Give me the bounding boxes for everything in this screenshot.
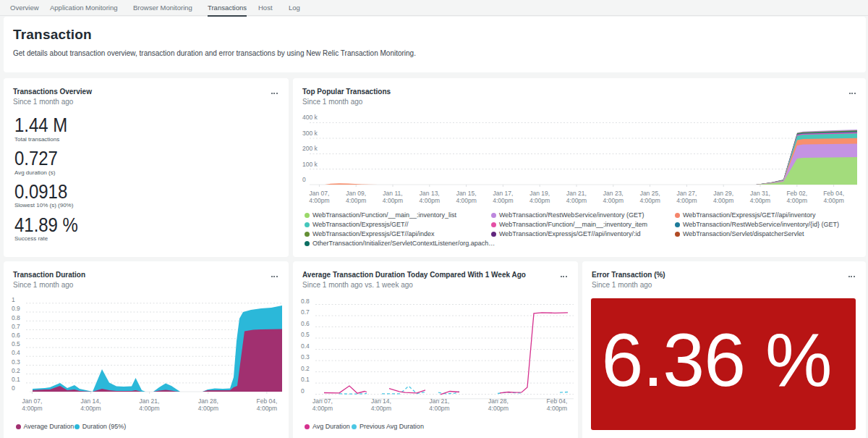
svg-text:Jan 14,: Jan 14,	[81, 397, 101, 405]
svg-text:4:00pm: 4:00pm	[676, 197, 697, 204]
svg-text:4:00pm: 4:00pm	[493, 197, 513, 204]
svg-text:Jan 09,: Jan 09,	[346, 190, 366, 197]
svg-text:0.4: 0.4	[301, 342, 310, 350]
svg-text:4:00pm: 4:00pm	[371, 405, 391, 412]
svg-text:100 k: 100 k	[302, 161, 318, 168]
svg-text:4:00pm: 4:00pm	[639, 197, 660, 204]
svg-text:Jan 17,: Jan 17,	[493, 190, 513, 197]
svg-text:4:00pm: 4:00pm	[603, 197, 624, 204]
svg-text:0.3: 0.3	[301, 353, 310, 361]
svg-text:Jan 07,: Jan 07,	[312, 397, 333, 405]
svg-text:Feb 04,: Feb 04,	[823, 190, 844, 197]
svg-text:0.9: 0.9	[12, 305, 20, 312]
svg-text:4:00pm: 4:00pm	[346, 197, 366, 204]
svg-text:0.1: 0.1	[12, 376, 20, 383]
svg-text:Jan 28,: Jan 28,	[488, 397, 509, 405]
svg-text:0: 0	[301, 387, 305, 395]
svg-text:300 k: 300 k	[302, 130, 318, 137]
svg-text:4:00pm: 4:00pm	[420, 197, 440, 204]
svg-text:4:00pm: 4:00pm	[429, 405, 449, 412]
svg-text:0.5: 0.5	[301, 331, 310, 338]
svg-text:Jan 21,: Jan 21,	[566, 190, 587, 197]
svg-text:4:00pm: 4:00pm	[787, 197, 807, 204]
svg-text:Jan 21,: Jan 21,	[140, 397, 160, 405]
svg-text:Jan 11,: Jan 11,	[383, 190, 402, 197]
svg-text:Jan 15,: Jan 15,	[456, 190, 477, 197]
svg-text:Jan 07,: Jan 07,	[22, 397, 43, 405]
svg-text:0.5: 0.5	[12, 340, 20, 348]
svg-text:Feb 04,: Feb 04,	[547, 397, 568, 405]
svg-text:Jan 07,: Jan 07,	[309, 190, 329, 197]
svg-text:4:00pm: 4:00pm	[488, 405, 509, 412]
svg-text:Jan 29,: Jan 29,	[713, 190, 733, 197]
svg-text:4:00pm: 4:00pm	[566, 197, 587, 204]
svg-text:4:00pm: 4:00pm	[257, 405, 277, 412]
svg-text:Jan 28,: Jan 28,	[198, 397, 218, 405]
svg-text:0.7: 0.7	[301, 308, 310, 316]
svg-text:0.8: 0.8	[12, 314, 20, 321]
svg-text:Feb 02,: Feb 02,	[786, 190, 807, 197]
svg-text:4:00pm: 4:00pm	[80, 405, 101, 412]
svg-text:4:00pm: 4:00pm	[456, 197, 476, 204]
svg-text:4:00pm: 4:00pm	[312, 405, 333, 412]
svg-text:0.7: 0.7	[12, 323, 20, 330]
svg-text:Jan 14,: Jan 14,	[371, 397, 391, 405]
svg-text:Jan 27,: Jan 27,	[676, 190, 697, 197]
svg-text:0: 0	[12, 384, 15, 392]
svg-text:4:00pm: 4:00pm	[198, 405, 218, 412]
svg-text:4:00pm: 4:00pm	[713, 197, 733, 204]
svg-text:0.8: 0.8	[301, 298, 310, 305]
svg-text:0.2: 0.2	[12, 367, 20, 374]
svg-text:0.6: 0.6	[12, 332, 20, 339]
svg-text:4:00pm: 4:00pm	[309, 197, 329, 204]
svg-text:1: 1	[12, 296, 15, 303]
svg-text:Jan 25,: Jan 25,	[640, 190, 660, 197]
svg-text:4:00pm: 4:00pm	[22, 405, 42, 412]
svg-text:4:00pm: 4:00pm	[139, 405, 159, 412]
svg-text:0.2: 0.2	[301, 365, 310, 372]
svg-text:0.6: 0.6	[301, 320, 310, 327]
svg-text:4:00pm: 4:00pm	[529, 197, 550, 204]
svg-text:0.1: 0.1	[301, 376, 310, 383]
svg-text:Jan 13,: Jan 13,	[420, 190, 440, 197]
svg-text:0.4: 0.4	[12, 349, 20, 356]
svg-text:0.3: 0.3	[12, 358, 20, 366]
svg-text:0: 0	[302, 176, 306, 183]
svg-text:200 k: 200 k	[302, 145, 318, 152]
svg-text:Jan 31,: Jan 31,	[750, 190, 770, 197]
svg-text:400 k: 400 k	[302, 114, 318, 121]
svg-text:Jan 23,: Jan 23,	[603, 190, 624, 197]
svg-text:4:00pm: 4:00pm	[383, 197, 403, 204]
svg-text:4:00pm: 4:00pm	[750, 197, 770, 204]
svg-text:4:00pm: 4:00pm	[823, 197, 843, 204]
svg-text:Feb 04,: Feb 04,	[257, 397, 278, 405]
svg-text:4:00pm: 4:00pm	[547, 405, 567, 412]
svg-text:Jan 21,: Jan 21,	[430, 397, 450, 405]
svg-text:Jan 19,: Jan 19,	[529, 190, 550, 197]
